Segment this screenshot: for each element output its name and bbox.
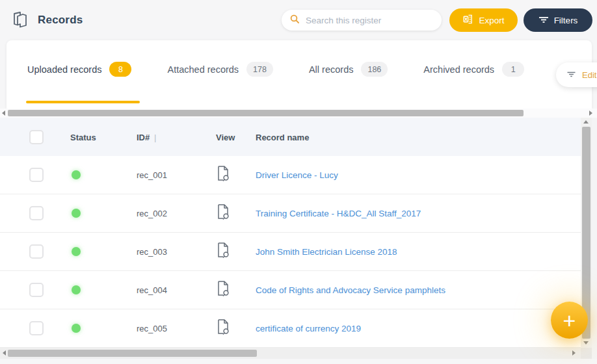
scroll-right-arrow[interactable] bbox=[572, 350, 576, 356]
column-header-id: ID# bbox=[137, 132, 150, 142]
edit-columns-button[interactable]: Edit bbox=[556, 62, 597, 87]
add-record-fab[interactable]: + bbox=[551, 302, 588, 339]
search-input[interactable] bbox=[306, 16, 434, 25]
status-dot-green bbox=[72, 324, 81, 333]
record-id: rec_005 bbox=[137, 324, 167, 333]
column-header-record-name: Record name bbox=[256, 132, 309, 142]
record-id: rec_001 bbox=[137, 170, 167, 180]
records-table: Status ID# | View Record name rec_001 Dr… bbox=[0, 109, 597, 359]
table-row: rec_002 Training Certificate - H&DC_All … bbox=[0, 194, 581, 233]
scroll-up-arrow[interactable] bbox=[583, 120, 589, 124]
record-name-link[interactable]: Training Certificate - H&DC_All Staff_20… bbox=[256, 209, 421, 218]
records-card: Uploaded records 8 Attached records 178 … bbox=[7, 40, 592, 109]
plus-icon: + bbox=[563, 304, 576, 337]
tab-label: Archived records bbox=[423, 64, 494, 75]
tab-count-badge: 1 bbox=[502, 62, 524, 77]
table-row: rec_001 Driver Licence - Lucy bbox=[0, 156, 581, 194]
column-header-status: Status bbox=[70, 132, 96, 142]
tabs-bar: Uploaded records 8 Attached records 178 … bbox=[27, 62, 524, 77]
record-name-link[interactable]: John Smith Electrician License 2018 bbox=[256, 247, 397, 257]
status-dot-green bbox=[72, 170, 81, 179]
view-document-icon[interactable] bbox=[217, 280, 231, 300]
export-button-label: Export bbox=[479, 16, 504, 25]
search-icon bbox=[289, 14, 300, 27]
active-tab-underline bbox=[26, 101, 140, 103]
page-header: Records Export bbox=[0, 0, 597, 40]
tab-label: Attached records bbox=[167, 64, 239, 75]
tab-count-badge: 8 bbox=[109, 62, 131, 77]
records-map-icon bbox=[12, 11, 29, 29]
search-box[interactable] bbox=[282, 10, 442, 31]
table-top-scrollbar[interactable] bbox=[0, 109, 597, 118]
column-header-view: View bbox=[216, 132, 235, 142]
table-header-row: Status ID# | View Record name bbox=[0, 118, 581, 156]
brand: Records bbox=[12, 11, 83, 29]
status-dot-green bbox=[72, 247, 81, 256]
tab-archived-records[interactable]: Archived records 1 bbox=[423, 62, 524, 77]
table-row: rec_004 Code of Rights and Advocacy Serv… bbox=[0, 271, 581, 309]
record-id: rec_004 bbox=[137, 285, 167, 295]
tab-uploaded-records[interactable]: Uploaded records 8 bbox=[27, 62, 131, 77]
top-scrollbar-thumb[interactable] bbox=[8, 110, 524, 116]
select-all-checkbox[interactable] bbox=[29, 130, 44, 144]
tab-count-badge: 178 bbox=[246, 62, 273, 77]
table-body: rec_001 Driver Licence - Lucy rec_002 bbox=[0, 156, 581, 348]
tab-label: All records bbox=[309, 64, 354, 75]
bottom-scrollbar-thumb[interactable] bbox=[8, 350, 257, 357]
table-row: rec_005 certificate of currency 2019 bbox=[0, 309, 581, 348]
tab-label: Uploaded records bbox=[27, 64, 101, 75]
column-separator: | bbox=[154, 132, 156, 142]
scrollbar-corner bbox=[581, 348, 592, 359]
filter-lines-icon bbox=[566, 70, 576, 80]
filter-icon bbox=[538, 15, 549, 26]
vertical-scrollbar-thumb[interactable] bbox=[582, 127, 590, 339]
status-dot-green bbox=[72, 285, 81, 294]
row-checkbox[interactable] bbox=[29, 168, 44, 182]
excel-export-icon bbox=[462, 14, 473, 27]
tab-attached-records[interactable]: Attached records 178 bbox=[167, 62, 272, 77]
edit-button-label: Edit bbox=[582, 70, 596, 80]
filters-button[interactable]: Filters bbox=[524, 8, 592, 32]
scroll-right-arrow[interactable] bbox=[589, 110, 592, 116]
scroll-down-arrow[interactable] bbox=[583, 341, 589, 344]
view-document-icon[interactable] bbox=[217, 165, 231, 185]
status-dot-green bbox=[72, 209, 81, 218]
tab-all-records[interactable]: All records 186 bbox=[309, 62, 388, 77]
record-id: rec_002 bbox=[137, 209, 167, 218]
row-checkbox[interactable] bbox=[29, 206, 44, 220]
row-checkbox[interactable] bbox=[29, 244, 44, 259]
table-row: rec_003 John Smith Electrician License 2… bbox=[0, 233, 581, 271]
view-document-icon[interactable] bbox=[217, 203, 231, 223]
record-name-link[interactable]: certificate of currency 2019 bbox=[256, 324, 361, 333]
filters-button-label: Filters bbox=[554, 16, 578, 25]
row-checkbox[interactable] bbox=[29, 283, 44, 297]
scroll-left-arrow[interactable] bbox=[3, 350, 6, 356]
record-name-link[interactable]: Code of Rights and Advocacy Service pamp… bbox=[256, 285, 445, 295]
scroll-left-arrow[interactable] bbox=[2, 110, 5, 116]
row-checkbox[interactable] bbox=[29, 321, 44, 335]
export-button[interactable]: Export bbox=[449, 8, 518, 32]
table-bottom-scrollbar[interactable] bbox=[0, 348, 581, 359]
right-gutter bbox=[592, 118, 597, 359]
view-document-icon[interactable] bbox=[217, 242, 231, 261]
view-document-icon[interactable] bbox=[217, 318, 231, 338]
page-title: Records bbox=[38, 14, 83, 27]
record-id: rec_003 bbox=[137, 247, 167, 257]
record-name-link[interactable]: Driver Licence - Lucy bbox=[256, 170, 338, 180]
tab-count-badge: 186 bbox=[361, 62, 388, 77]
